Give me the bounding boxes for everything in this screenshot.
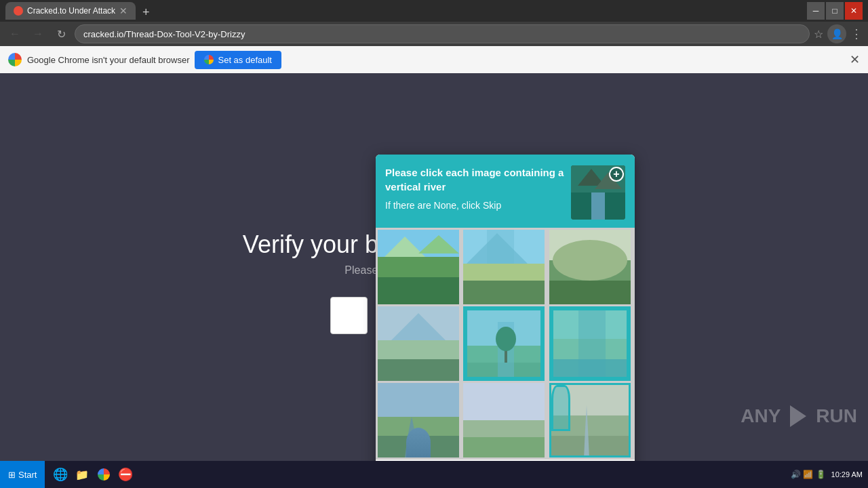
captcha-header: Please click each image containing a ver… bbox=[376, 155, 635, 228]
grid-cell-8[interactable] bbox=[463, 383, 545, 458]
svg-rect-7 bbox=[378, 277, 459, 304]
svg-rect-24 bbox=[465, 346, 545, 381]
reload-button[interactable]: ↻ bbox=[52, 24, 71, 43]
taskbar-icons: 🌐 📁 ⛔ bbox=[45, 464, 141, 485]
grid-cell-3[interactable] bbox=[549, 230, 631, 304]
maximize-button[interactable]: □ bbox=[826, 2, 844, 20]
taskbar-right: 🔊 📶 🔋 10:29 AM bbox=[785, 470, 868, 479]
svg-rect-31 bbox=[551, 359, 631, 381]
svg-rect-4 bbox=[591, 192, 605, 220]
tab-close-button[interactable]: ✕ bbox=[119, 5, 127, 16]
svg-rect-21 bbox=[378, 359, 459, 381]
svg-rect-38 bbox=[463, 437, 545, 458]
grid-cell-7[interactable] bbox=[378, 383, 459, 458]
svg-rect-12 bbox=[463, 281, 545, 304]
svg-rect-25 bbox=[465, 363, 545, 381]
svg-rect-42 bbox=[551, 436, 631, 458]
taskbar: ⊞ Start 🌐 📁 ⛔ 🔊 📶 🔋 10:29 AM bbox=[0, 461, 868, 488]
active-tab[interactable]: Cracked.to Under Attack ✕ bbox=[5, 2, 136, 20]
notification-close-button[interactable]: ✕ bbox=[850, 52, 860, 67]
set-default-button[interactable]: Set as default bbox=[195, 51, 281, 69]
new-tab-button[interactable]: + bbox=[137, 5, 155, 20]
title-bar: Cracked.to Under Attack ✕ + ─ □ ✕ bbox=[0, 0, 868, 22]
anyrun-logo: ANY RUN bbox=[741, 404, 857, 428]
browser-chrome: Cracked.to Under Attack ✕ + ─ □ ✕ ← → ↻ … bbox=[0, 0, 868, 73]
taskbar-system-icons: 🔊 📶 🔋 bbox=[791, 470, 826, 479]
svg-rect-32 bbox=[578, 308, 606, 381]
captcha-widget: Please click each image containing a ver… bbox=[376, 155, 635, 488]
tab-title: Cracked.to Under Attack bbox=[27, 6, 115, 16]
start-button[interactable]: ⊞ Start bbox=[0, 461, 45, 488]
grid-cell-4[interactable] bbox=[378, 306, 459, 381]
grid-cell-9[interactable] bbox=[549, 383, 631, 458]
captcha-thumbnail: + bbox=[571, 165, 625, 220]
taskbar-clock: 10:29 AM bbox=[831, 470, 863, 479]
address-bar: ← → ↻ ☆ 👤 ⋮ bbox=[0, 22, 868, 46]
grid-cell-5[interactable] bbox=[463, 306, 545, 381]
svg-rect-39 bbox=[463, 383, 545, 420]
grid-cell-1[interactable] bbox=[378, 230, 459, 304]
captcha-grid bbox=[376, 228, 635, 460]
chrome-icon-small bbox=[204, 55, 214, 64]
svg-rect-29 bbox=[551, 308, 631, 381]
svg-point-28 bbox=[496, 327, 516, 351]
notification-message: Google Chrome isn't your default browser bbox=[27, 55, 189, 65]
back-button[interactable]: ← bbox=[5, 24, 24, 43]
grid-cell-6[interactable] bbox=[549, 306, 631, 381]
chrome-logo bbox=[8, 53, 22, 66]
anyrun-play-icon bbox=[786, 404, 810, 428]
captcha-checkbox[interactable] bbox=[330, 297, 368, 334]
bookmark-icon[interactable]: ☆ bbox=[814, 28, 823, 41]
svg-rect-23 bbox=[465, 308, 545, 381]
captcha-instruction: Please click each image containing a ver… bbox=[385, 165, 564, 213]
svg-rect-14 bbox=[487, 230, 514, 264]
taskbar-warning-icon[interactable]: ⛔ bbox=[115, 464, 136, 485]
grid-cell-2[interactable] bbox=[463, 230, 545, 304]
svg-rect-27 bbox=[505, 342, 507, 363]
windows-icon: ⊞ bbox=[8, 470, 16, 480]
content-area: Verify your browser on crackedd.to. Plea… bbox=[0, 73, 868, 461]
svg-rect-35 bbox=[378, 436, 459, 458]
svg-rect-30 bbox=[551, 339, 631, 381]
svg-rect-26 bbox=[498, 322, 514, 381]
tab-area: Cracked.to Under Attack ✕ + bbox=[5, 2, 802, 20]
taskbar-folder-icon[interactable]: 📁 bbox=[72, 464, 92, 485]
svg-rect-17 bbox=[549, 281, 631, 304]
window-controls: ─ □ ✕ bbox=[807, 2, 863, 20]
plus-icon: + bbox=[609, 167, 624, 182]
address-input[interactable] bbox=[75, 24, 810, 43]
forward-button[interactable]: → bbox=[28, 24, 47, 43]
notification-bar: Google Chrome isn't your default browser… bbox=[0, 46, 868, 73]
menu-icon[interactable]: ⋮ bbox=[850, 26, 863, 41]
taskbar-chrome-icon[interactable] bbox=[94, 464, 114, 485]
svg-point-18 bbox=[553, 240, 627, 281]
taskbar-ie-icon[interactable]: 🌐 bbox=[50, 464, 71, 485]
close-button[interactable]: ✕ bbox=[845, 2, 863, 20]
minimize-button[interactable]: ─ bbox=[807, 2, 825, 20]
tab-favicon bbox=[14, 6, 23, 16]
svg-marker-44 bbox=[790, 405, 806, 427]
profile-button[interactable]: 👤 bbox=[827, 24, 846, 43]
